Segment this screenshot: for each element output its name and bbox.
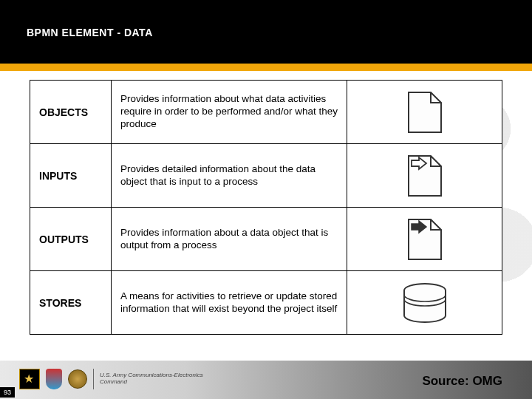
row-inputs-desc: Provides detailed information about the … — [111, 144, 347, 208]
row-stores-desc: A means for activities to retrieve or up… — [111, 271, 347, 335]
shield-logo-icon — [46, 369, 62, 389]
table-row: INPUTS Provides detailed information abo… — [30, 144, 502, 208]
row-objects-desc: Provides information about what data act… — [111, 81, 347, 144]
row-stores-icon-cell — [347, 271, 502, 335]
data-output-icon — [406, 216, 444, 262]
accent-bar — [0, 64, 532, 71]
table-row: OUTPUTS Provides information about a dat… — [30, 208, 502, 271]
row-inputs-name: INPUTS — [30, 144, 112, 208]
org-name-text: U.S. Army Communications-Electronics Com… — [100, 372, 211, 386]
row-outputs-name: OUTPUTS — [30, 208, 112, 271]
row-outputs-desc: Provides information about a data object… — [111, 208, 347, 271]
data-object-icon — [406, 89, 444, 135]
source-label: Source: OMG — [422, 374, 502, 389]
content-area: OBJECTS Provides information about what … — [30, 80, 502, 335]
row-objects-icon-cell — [347, 81, 502, 144]
page-number: 93 — [0, 387, 15, 398]
slide: BPMN ELEMENT - DATA OBJECTS Provides inf… — [0, 0, 532, 399]
row-inputs-icon-cell — [347, 144, 502, 208]
logo-separator — [93, 369, 94, 389]
row-outputs-icon-cell — [347, 208, 502, 271]
bpmn-data-table: OBJECTS Provides information about what … — [30, 80, 502, 335]
slide-title: BPMN ELEMENT - DATA — [0, 0, 532, 38]
svg-marker-0 — [409, 92, 441, 132]
row-objects-name: OBJECTS — [30, 81, 112, 144]
slide-header: BPMN ELEMENT - DATA — [0, 0, 532, 64]
round-seal-logo-icon — [68, 369, 87, 389]
footer-logos: U.S. Army Communications-Electronics Com… — [19, 366, 211, 392]
table-row: STORES A means for activities to retriev… — [30, 271, 502, 335]
data-store-icon — [399, 282, 451, 324]
row-stores-name: STORES — [30, 271, 112, 335]
table-row: OBJECTS Provides information about what … — [30, 81, 502, 144]
data-input-icon — [406, 153, 444, 199]
army-star-logo-icon — [19, 369, 40, 389]
